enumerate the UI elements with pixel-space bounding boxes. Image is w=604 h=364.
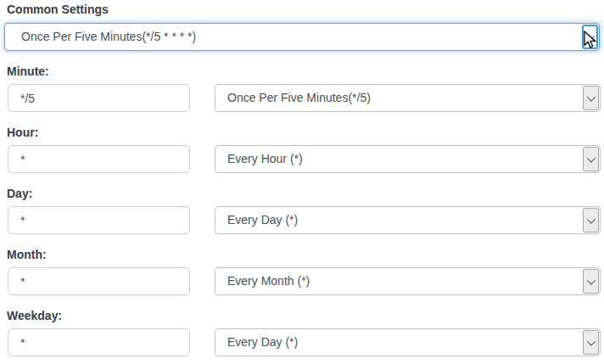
common-settings-select-button[interactable] [582, 25, 598, 49]
minute-row: Minute: Once Per Five Minutes(*/5) [0, 63, 604, 114]
minute-label: Minute: [7, 64, 49, 79]
weekday-select[interactable]: Every Day (*) [215, 328, 601, 356]
weekday-row: Weekday: Every Day (*) [0, 307, 604, 358]
cron-settings-page: { "common_settings": { "label": "Common … [0, 0, 604, 364]
minute-select-button[interactable] [583, 86, 599, 110]
weekday-input[interactable] [8, 328, 190, 356]
month-row: Month: Every Month (*) [0, 246, 604, 297]
minute-select[interactable]: Once Per Five Minutes(*/5) [215, 84, 601, 112]
chevron-down-icon [587, 154, 596, 162]
chevron-down-icon [587, 215, 596, 223]
day-select-button[interactable] [583, 208, 599, 232]
hour-select[interactable]: Every Hour (*) [215, 145, 601, 173]
month-select-value: Every Month (*) [227, 268, 310, 294]
weekday-label: Weekday: [7, 309, 62, 323]
day-input[interactable] [8, 206, 190, 234]
chevron-down-icon [586, 31, 595, 40]
chevron-down-icon [587, 276, 596, 284]
month-select[interactable]: Every Month (*) [215, 267, 601, 295]
hour-label: Hour: [7, 126, 38, 140]
minute-select-value: Once Per Five Minutes(*/5) [227, 85, 371, 111]
month-input[interactable] [8, 267, 190, 295]
day-select[interactable]: Every Day (*) [215, 206, 601, 234]
hour-select-value: Every Hour (*) [227, 146, 303, 172]
chevron-down-icon [587, 92, 596, 101]
weekday-select-value: Every Day (*) [227, 329, 298, 356]
minute-input[interactable] [8, 84, 190, 112]
chevron-down-icon [587, 337, 596, 345]
hour-input[interactable] [8, 145, 190, 173]
common-settings-select[interactable]: Once Per Five Minutes(*/5 * * * *) [4, 23, 600, 51]
day-label: Day: [7, 187, 32, 201]
day-select-value: Every Day (*) [227, 207, 298, 233]
month-label: Month: [7, 248, 47, 262]
day-row: Day: Every Day (*) [0, 185, 604, 236]
common-settings-label: Common Settings [7, 3, 109, 17]
month-select-button[interactable] [583, 269, 599, 294]
common-settings-select-value: Once Per Five Minutes(*/5 * * * *) [21, 24, 196, 50]
weekday-select-button[interactable] [583, 330, 599, 355]
hour-select-button[interactable] [583, 147, 599, 171]
hour-row: Hour: Every Hour (*) [0, 124, 604, 175]
